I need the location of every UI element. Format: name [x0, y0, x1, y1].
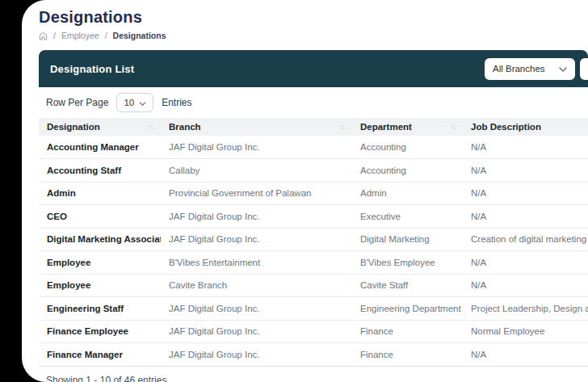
add-designation-button[interactable]	[580, 58, 588, 80]
table-cell: JAF Digital Group Inc.	[161, 297, 352, 321]
table-cell: Accounting	[352, 136, 463, 159]
table-cell: Employee	[39, 251, 161, 275]
row-per-page-label: Row Per Page	[46, 97, 108, 108]
breadcrumb-separator: /	[105, 31, 107, 40]
table-footer: Showing 1 - 10 of 46 entries	[39, 367, 588, 382]
table-cell: Accounting Manager	[39, 136, 161, 159]
table-cell: N/A	[463, 205, 588, 229]
table-cell: Employee	[39, 274, 161, 297]
column-label: Job Description	[471, 122, 541, 132]
table-cell: Engineering Department	[352, 297, 463, 321]
table-row[interactable]: EmployeeCavite BranchCavite StaffN/A	[39, 274, 588, 297]
table-cell: Creation of digital marketing campaign	[463, 228, 588, 251]
card-title: Designation List	[50, 63, 134, 75]
table-cell: Finance	[352, 320, 463, 343]
table-cell: N/A	[463, 136, 588, 159]
breadcrumb-item-designations: Designations	[113, 31, 166, 40]
designations-table: Designation↑↓Branch↑↓Department↑↓Job Des…	[39, 118, 588, 367]
card-header-controls: All Branches	[485, 58, 588, 80]
column-header-department[interactable]: Department↑↓	[352, 118, 463, 136]
row-per-page-select[interactable]: 10	[116, 93, 153, 112]
table-row[interactable]: CEOJAF Digital Group Inc.ExecutiveN/A	[39, 205, 588, 229]
designation-list-card: Designation List All Branches Row Per Pa…	[39, 50, 588, 382]
table-cell: Finance	[352, 343, 463, 367]
branch-filter-value: All Branches	[493, 64, 545, 73]
sort-icon[interactable]: ↑↓	[340, 123, 344, 131]
table-cell: Engineering Staff	[39, 297, 161, 321]
table-cell: Admin	[39, 182, 161, 205]
table-cell: Digital Marketing	[352, 228, 463, 251]
table-row[interactable]: Finance EmployeeJAF Digital Group Inc.Fi…	[39, 320, 588, 343]
table-cell: Cavite Branch	[161, 274, 352, 297]
chevron-down-icon	[559, 64, 567, 73]
table-cell: N/A	[463, 274, 588, 297]
table-cell: JAF Digital Group Inc.	[161, 205, 352, 229]
home-icon[interactable]	[39, 31, 48, 40]
table-header-row: Designation↑↓Branch↑↓Department↑↓Job Des…	[39, 118, 588, 136]
table-cell: B'Vibes Entertainment	[161, 251, 352, 275]
column-header-branch[interactable]: Branch↑↓	[161, 118, 352, 136]
table-cell: Finance Employee	[39, 320, 161, 343]
page-title: Designations	[39, 8, 588, 27]
table-cell: JAF Digital Group Inc.	[161, 228, 352, 251]
table-row[interactable]: Digital Marketing AssociateJAF Digital G…	[39, 228, 588, 251]
table-cell: Executive	[352, 205, 463, 229]
table-cell: Normal Employee	[463, 320, 588, 343]
table-cell: Finance Manager	[39, 343, 161, 367]
branch-filter-select[interactable]: All Branches	[485, 58, 575, 80]
row-per-page-value: 10	[124, 98, 134, 107]
table-cell: Project Leadership, Design and Develop	[463, 297, 588, 321]
table-row[interactable]: Accounting StaffCallabyAccountingN/A	[39, 159, 588, 183]
breadcrumb-item-employee[interactable]: Employee	[61, 31, 99, 40]
table-cell: B'Vibes Employee	[352, 251, 463, 275]
column-label: Department	[360, 122, 412, 132]
page-header: Designations / Employee / Designations	[22, 0, 588, 40]
column-label: Designation	[47, 122, 100, 132]
table-cell: N/A	[463, 343, 588, 367]
column-header-job-description[interactable]: Job Description↑↓	[463, 118, 588, 136]
designations-table-container: Designation↑↓Branch↑↓Department↑↓Job Des…	[39, 118, 588, 367]
table-cell: Admin	[352, 182, 463, 205]
breadcrumb-separator: /	[53, 31, 56, 40]
table-cell: Accounting Staff	[39, 159, 161, 183]
chevron-down-icon	[139, 98, 146, 107]
table-cell: CEO	[39, 205, 161, 229]
table-row[interactable]: Engineering StaffJAF Digital Group Inc.E…	[39, 297, 588, 321]
table-cell: Digital Marketing Associate	[39, 228, 161, 251]
table-cell: Accounting	[352, 159, 463, 183]
table-cell: Callaby	[161, 159, 352, 183]
table-toolbar: Row Per Page 10 Entries	[39, 87, 588, 118]
table-cell: JAF Digital Group Inc.	[161, 343, 352, 367]
table-cell: N/A	[463, 251, 588, 275]
card-header-bar: Designation List All Branches	[39, 50, 588, 87]
table-cell: N/A	[463, 159, 588, 183]
entries-label: Entries	[162, 97, 191, 108]
table-row[interactable]: EmployeeB'Vibes EntertainmentB'Vibes Emp…	[39, 251, 588, 275]
table-cell: Provincial Government of Palawan	[161, 182, 352, 205]
main-content-panel: Designations / Employee / Designations D…	[22, 0, 588, 382]
table-row[interactable]: Accounting ManagerJAF Digital Group Inc.…	[39, 136, 588, 159]
table-cell: JAF Digital Group Inc.	[161, 320, 352, 343]
table-row[interactable]: AdminProvincial Government of PalawanAdm…	[39, 182, 588, 205]
table-cell: Cavite Staff	[352, 274, 463, 297]
breadcrumb: / Employee / Designations	[39, 31, 588, 40]
entries-summary: Showing 1 - 10 of 46 entries	[46, 375, 166, 382]
table-row[interactable]: Finance ManagerJAF Digital Group Inc.Fin…	[39, 343, 588, 367]
column-header-designation[interactable]: Designation↑↓	[39, 118, 161, 136]
table-cell: N/A	[463, 182, 588, 205]
column-label: Branch	[169, 122, 201, 132]
sort-icon[interactable]: ↑↓	[451, 123, 455, 131]
table-cell: JAF Digital Group Inc.	[161, 136, 352, 159]
sort-icon[interactable]: ↑↓	[149, 123, 153, 131]
